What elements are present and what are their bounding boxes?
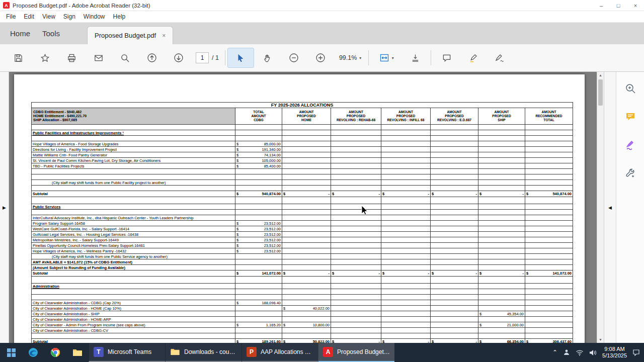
- close-tab-icon[interactable]: ×: [162, 32, 166, 39]
- row-label: Administration: [32, 284, 235, 289]
- fill-sign-panel-button[interactable]: [623, 137, 638, 152]
- amount-cell: [525, 265, 573, 270]
- amount-cell: $-: [331, 191, 381, 197]
- amount-cell: [478, 254, 525, 259]
- row-label: InterCultural Advocacy Institute, Inc., …: [32, 215, 235, 221]
- taskbar-button-aap-allocations[interactable]: P AAP Allocations Po...: [242, 343, 318, 362]
- row-label: St. Vincent de Paul Comm Kitchen-Paving …: [32, 158, 235, 163]
- favorite-button[interactable]: [32, 48, 58, 68]
- comment-panel-button[interactable]: [623, 109, 638, 124]
- tab-document[interactable]: Proposed Budget.pdf ×: [87, 26, 173, 44]
- amount-cell: [381, 125, 431, 130]
- zoom-out-button[interactable]: [281, 48, 307, 68]
- hand-tool-button[interactable]: [254, 48, 281, 68]
- amount-cell: [381, 328, 431, 333]
- email-button[interactable]: [85, 48, 112, 68]
- amount-cell: $21,000.00: [478, 322, 525, 328]
- menu-edit[interactable]: Edit: [20, 13, 38, 20]
- chevron-down-icon: ▾: [359, 56, 361, 60]
- scroll-up-icon[interactable]: ▲: [597, 73, 604, 77]
- network-icon[interactable]: [576, 349, 584, 356]
- row-label: City of Clearwater Administration - HOME…: [32, 306, 235, 311]
- volume-icon[interactable]: [589, 349, 597, 356]
- amount-cell: [381, 197, 431, 204]
- zoom-level-control[interactable]: 99.1% ▾: [339, 54, 361, 61]
- page-display-button[interactable]: [402, 48, 429, 68]
- amount-cell: [431, 243, 478, 248]
- document-canvas[interactable]: FY 2025-2026 ALLOCATIONS CDBG Entitlemen…: [9, 72, 597, 343]
- tray-expand-icon[interactable]: ⌃: [552, 349, 557, 356]
- comment-button[interactable]: [433, 48, 460, 68]
- menu-file[interactable]: File: [2, 13, 20, 20]
- chrome-icon: [50, 347, 60, 357]
- tab-tools[interactable]: Tools: [36, 29, 66, 38]
- sign-button[interactable]: [487, 48, 513, 68]
- taskbar-button-teams[interactable]: T Microsoft Teams: [89, 343, 165, 362]
- amount-cell: [431, 169, 478, 174]
- vertical-scrollbar[interactable]: ▲ ▼: [597, 72, 604, 343]
- amount-cell: [331, 158, 381, 163]
- title-bar: A Proposed Budget.pdf - Adobe Acrobat Re…: [0, 0, 644, 11]
- amount-cell: [525, 210, 573, 215]
- menu-help[interactable]: Help: [109, 13, 130, 20]
- zoom-tools-button[interactable]: [623, 81, 638, 96]
- minimize-icon[interactable]: –: [593, 0, 610, 11]
- menu-window[interactable]: Window: [79, 13, 109, 20]
- amount-cell: $-: [381, 191, 431, 197]
- select-tool-button[interactable]: [227, 48, 254, 68]
- edge-browser-button[interactable]: [22, 343, 44, 362]
- tray-clock[interactable]: 9:08 AM 5/13/2025: [602, 346, 627, 359]
- row-label: Metropolitan Ministries, Inc. - Salary S…: [32, 237, 235, 243]
- highlight-button[interactable]: [460, 48, 487, 68]
- menu-view[interactable]: View: [38, 13, 59, 20]
- zoom-in-button[interactable]: [307, 48, 334, 68]
- nav-pane-toggle[interactable]: ▶: [0, 72, 9, 343]
- amount-cell: [381, 221, 431, 226]
- tab-home[interactable]: Home: [4, 29, 36, 38]
- fit-width-button[interactable]: ▾: [371, 48, 402, 68]
- amount-cell: [235, 254, 282, 259]
- amount-cell: [235, 136, 282, 141]
- table-row: St. Vincent de Paul Comm Kitchen-Paving …: [32, 158, 573, 163]
- file-explorer-button[interactable]: [66, 343, 89, 362]
- save-button[interactable]: [5, 48, 32, 68]
- amount-cell: [381, 311, 431, 317]
- close-icon[interactable]: ×: [627, 0, 644, 11]
- powerpoint-icon: P: [247, 347, 257, 357]
- start-button[interactable]: [0, 343, 22, 362]
- tools-pane-toggle[interactable]: ◀: [604, 72, 616, 343]
- scroll-down-icon[interactable]: ▼: [597, 338, 604, 341]
- amount-cell: [431, 221, 478, 226]
- amount-cell: [282, 248, 331, 254]
- page-number-input[interactable]: 1: [196, 52, 209, 63]
- amount-cell: [478, 136, 525, 141]
- taskbar-button-proposed-budget[interactable]: A Proposed Budget.p...: [318, 343, 394, 362]
- column-header: TOTAL AMOUNT CDBG: [235, 108, 282, 125]
- more-tools-button[interactable]: [623, 165, 638, 180]
- taskbar-button-downloads[interactable]: Downloads - counci...: [165, 343, 242, 362]
- print-button[interactable]: [58, 48, 85, 68]
- search-button[interactable]: [112, 48, 138, 68]
- page-down-button[interactable]: [165, 48, 192, 68]
- amount-cell: [381, 284, 431, 289]
- comment-bubble-icon: [625, 111, 636, 122]
- table-row: (City staff may shift funds from one Pub…: [32, 254, 573, 259]
- star-icon: [40, 53, 50, 63]
- amount-cell: $74,134.00: [235, 152, 282, 158]
- amount-cell: [431, 174, 478, 180]
- scrollbar-thumb[interactable]: [598, 79, 603, 106]
- row-label: WestCare GulfCoast-Florida, Inc. - Salar…: [32, 226, 235, 232]
- chrome-browser-button[interactable]: [44, 343, 66, 362]
- amount-cell: [331, 277, 381, 284]
- amount-cell: [282, 204, 331, 210]
- amount-cell: [431, 232, 478, 237]
- action-center-icon[interactable]: [632, 349, 640, 356]
- row-label: Public Services: [32, 204, 235, 210]
- tray-teams-icon[interactable]: [563, 349, 570, 356]
- menu-sign[interactable]: Sign: [59, 13, 79, 20]
- amount-cell: [282, 174, 331, 180]
- page-up-button[interactable]: [138, 48, 165, 68]
- maximize-icon[interactable]: □: [610, 0, 627, 11]
- amount-cell: [282, 259, 331, 265]
- amount-cell: $40,022.00: [282, 306, 331, 311]
